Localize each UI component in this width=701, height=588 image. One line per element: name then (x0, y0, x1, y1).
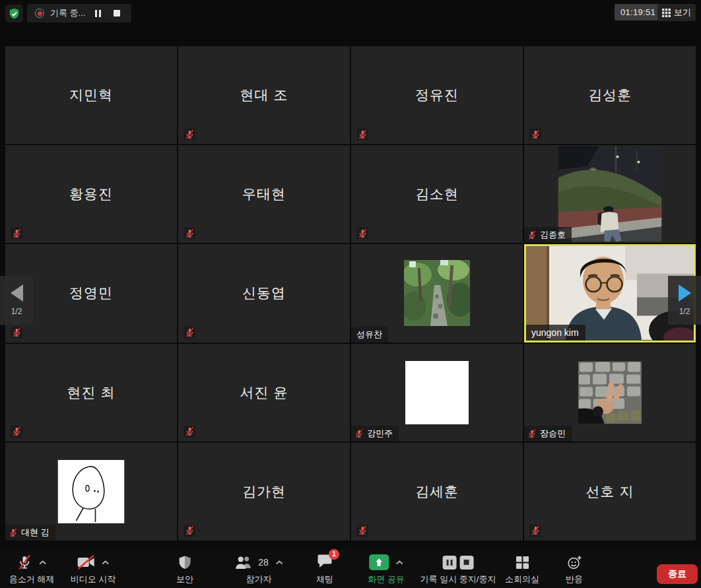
participant-tile[interactable]: 김소현 (351, 145, 523, 243)
participant-tile[interactable]: 현대 조 (178, 46, 350, 144)
meeting-info-button[interactable] (5, 5, 23, 22)
unmute-label: 음소거 해제 (9, 573, 55, 585)
participant-name: 신동엽 (178, 244, 350, 342)
view-button-label: 보기 (674, 7, 691, 18)
participant-tile[interactable]: 우태현 (178, 145, 350, 243)
muted-mic-icon (11, 227, 22, 239)
pause-recording-icon[interactable] (91, 7, 104, 20)
participant-avatar-image (404, 260, 470, 326)
participant-tile[interactable]: 김성훈 (524, 46, 696, 144)
breakout-rooms-icon (516, 556, 529, 570)
chat-unread-badge: 1 (329, 549, 339, 560)
participant-name: 선호 지 (524, 443, 696, 540)
muted-mic-icon (356, 227, 368, 239)
chevron-up-icon[interactable] (275, 560, 283, 565)
end-meeting-button[interactable]: 종료 (657, 564, 698, 584)
mic-muted-icon (17, 554, 32, 570)
breakout-rooms-label: 소회의실 (505, 573, 539, 585)
participant-tile[interactable]: 지민혁 (5, 46, 177, 144)
previous-page-button[interactable]: 1/2 (0, 276, 33, 325)
chevron-up-icon[interactable] (39, 560, 47, 565)
start-video-button[interactable]: 비디오 시작 (71, 554, 116, 585)
reactions-label: 반응 (566, 573, 583, 585)
participant-name: 우태현 (178, 145, 350, 243)
recording-indicator: 기록 중... (27, 4, 131, 22)
security-label: 보안 (176, 573, 193, 585)
participant-name: 성유찬 (356, 329, 382, 341)
participant-name: 지민혁 (5, 46, 177, 144)
recording-dot-icon (35, 9, 44, 18)
muted-mic-icon (527, 429, 537, 438)
participant-avatar-image (405, 361, 469, 424)
muted-mic-icon (11, 327, 22, 339)
participant-name: 서진 윤 (178, 344, 350, 441)
stop-recording-icon[interactable] (460, 556, 474, 570)
participants-button[interactable]: 28 참가자 (234, 554, 283, 585)
pause-recording-icon[interactable] (443, 556, 457, 570)
participant-name-label: 장승민 (524, 426, 572, 441)
participant-tile[interactable]: 대현 김 (5, 443, 177, 540)
breakout-rooms-button[interactable]: 소회의실 (505, 554, 539, 585)
chat-button[interactable]: 1 채팅 (316, 554, 333, 585)
zoom-meeting-window: 기록 중... 01:19:51 보기 지민혁 현대 조 정 (0, 0, 701, 588)
page-indicator: 1/2 (679, 307, 690, 316)
participant-tile[interactable]: 김종호 (524, 145, 696, 243)
stop-recording-icon[interactable] (110, 7, 123, 20)
chevron-up-icon[interactable] (102, 560, 110, 565)
participant-name: 김소현 (351, 145, 523, 243)
muted-mic-icon (184, 525, 195, 537)
share-screen-icon (369, 554, 389, 570)
muted-mic-icon (184, 227, 195, 239)
unmute-button[interactable]: 음소거 해제 (9, 554, 55, 585)
people-icon (234, 555, 253, 570)
participant-tile[interactable]: 황용진 (5, 145, 177, 243)
participant-avatar-image (578, 361, 642, 424)
reactions-icon (567, 555, 582, 570)
recording-controls[interactable]: 기록 일시 중지/중지 (420, 554, 496, 585)
participant-name: 현대 조 (178, 46, 350, 144)
participant-tile[interactable]: 서진 윤 (178, 344, 350, 441)
recording-controls-label: 기록 일시 중지/중지 (420, 573, 496, 585)
next-page-arrow-icon (679, 284, 691, 302)
meeting-timer: 01:19:51 (615, 4, 661, 20)
chat-label: 채팅 (316, 573, 333, 585)
participants-label: 참가자 (246, 573, 271, 585)
participant-tile[interactable]: 선호 지 (524, 443, 696, 540)
participants-count: 28 (258, 557, 269, 568)
muted-mic-icon (527, 230, 537, 240)
participant-tile[interactable]: 김가현 (178, 443, 350, 540)
muted-mic-icon (529, 525, 541, 537)
page-indicator: 1/2 (11, 307, 22, 316)
muted-mic-icon (184, 128, 195, 140)
previous-page-arrow-icon (11, 284, 23, 302)
participant-name: 정유진 (351, 46, 523, 144)
muted-mic-icon (184, 327, 195, 339)
participant-name: 김성훈 (524, 46, 696, 144)
next-page-button[interactable]: 1/2 (668, 276, 701, 325)
reactions-button[interactable]: 반응 (566, 554, 583, 585)
participant-name: 김세훈 (351, 443, 523, 540)
participant-name-label: 강민주 (351, 426, 399, 441)
top-bar: 기록 중... 01:19:51 보기 (0, 0, 701, 28)
participant-tile[interactable]: 장승민 (524, 344, 696, 441)
chevron-up-icon[interactable] (395, 560, 403, 565)
share-screen-label: 화면 공유 (368, 573, 405, 585)
participant-tile[interactable]: 김세훈 (351, 443, 523, 540)
security-shield-icon (8, 7, 20, 20)
participant-tile[interactable]: 성유찬 (351, 244, 523, 342)
shield-icon (178, 555, 191, 570)
participant-tile[interactable]: 강민주 (351, 344, 523, 441)
muted-mic-icon (9, 528, 18, 537)
grid-view-icon (662, 9, 671, 17)
video-grid: 지민혁 현대 조 정유진 김성훈 황용진 우태현 김소현 (5, 46, 696, 540)
participant-tile[interactable]: 정유진 (351, 46, 523, 144)
muted-mic-icon (184, 426, 195, 438)
participant-tile[interactable]: 현진 최 (5, 344, 177, 441)
participant-tile[interactable]: 신동엽 (178, 244, 350, 342)
participant-video-image (558, 147, 662, 242)
share-screen-button[interactable]: 화면 공유 (368, 554, 405, 585)
muted-mic-icon (11, 426, 22, 438)
security-button[interactable]: 보안 (176, 554, 193, 585)
participant-name: 대현 김 (21, 527, 50, 539)
view-button[interactable]: 보기 (657, 4, 696, 21)
